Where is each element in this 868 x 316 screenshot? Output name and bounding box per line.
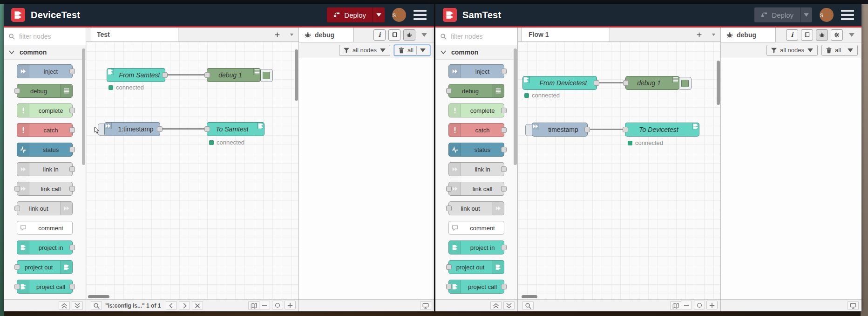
search-flows-button[interactable] bbox=[91, 301, 102, 310]
palette-category-common[interactable]: common bbox=[435, 45, 517, 60]
zoom-reset-button[interactable] bbox=[272, 301, 283, 309]
palette-category-common[interactable]: common bbox=[4, 45, 86, 60]
palette-node-project-call[interactable]: project call bbox=[17, 280, 73, 294]
palette-node-inject[interactable]: inject bbox=[448, 64, 504, 78]
deploy-options-button[interactable] bbox=[373, 7, 385, 22]
palette-node-project-out[interactable]: project out bbox=[17, 260, 73, 274]
deploy-options-button[interactable] bbox=[800, 7, 812, 22]
palette-collapse-up-button[interactable] bbox=[490, 301, 502, 310]
palette-collapse-up-button[interactable] bbox=[59, 301, 70, 310]
settings-tab-button[interactable] bbox=[831, 29, 843, 41]
add-flow-button[interactable] bbox=[695, 31, 703, 39]
wire[interactable] bbox=[596, 82, 626, 83]
open-debug-window-button[interactable] bbox=[420, 301, 431, 310]
palette-node-comment[interactable]: comment bbox=[17, 221, 73, 235]
palette-node-link-out[interactable]: link out bbox=[17, 201, 73, 215]
input-port[interactable] bbox=[623, 127, 628, 132]
debug-tab-button[interactable] bbox=[816, 29, 828, 41]
palette-node-link-in[interactable]: link in bbox=[448, 162, 504, 176]
flow-node-from-devicetest[interactable]: From Devicetest bbox=[522, 76, 597, 90]
palette-node-complete[interactable]: complete bbox=[17, 103, 73, 117]
sidebar-options-button[interactable] bbox=[846, 31, 858, 39]
debug-filter-button[interactable]: all nodes bbox=[339, 45, 390, 56]
debug-enable-toggle[interactable] bbox=[678, 77, 692, 90]
deploy-button[interactable]: Deploy bbox=[754, 7, 800, 22]
flow-node-to-samtest[interactable]: To Samtest bbox=[207, 122, 264, 136]
info-tab-button[interactable]: i bbox=[786, 29, 798, 41]
palette-node-link-call[interactable]: link call bbox=[17, 182, 73, 196]
palette-node-link-out[interactable]: link out bbox=[448, 201, 504, 215]
palette-node-catch[interactable]: catch bbox=[448, 123, 504, 137]
palette-node-project-in[interactable]: project in bbox=[448, 240, 504, 254]
palette-node-debug[interactable]: debug bbox=[17, 84, 73, 98]
flow-tab-flow-1[interactable]: Flow 1 bbox=[522, 27, 610, 41]
flow-node-to-devicetest[interactable]: To Devicetest bbox=[625, 123, 699, 137]
flow-node-timestamp[interactable]: 1:timestamp bbox=[104, 122, 160, 136]
palette-node-catch[interactable]: catch bbox=[17, 123, 73, 137]
debug-enable-toggle[interactable] bbox=[260, 69, 273, 82]
flow-node-debug-1[interactable]: debug 1 bbox=[625, 76, 679, 90]
sidebar-options-button[interactable] bbox=[418, 31, 430, 39]
user-avatar[interactable]: s bbox=[392, 8, 406, 22]
debug-clear-button[interactable]: all bbox=[394, 45, 430, 56]
palette-node-project-out[interactable]: project out bbox=[448, 260, 504, 274]
tab-debug[interactable]: debug bbox=[721, 27, 776, 42]
flow-tab-test[interactable]: Test bbox=[90, 27, 178, 41]
palette-collapse-down-button[interactable] bbox=[503, 301, 515, 310]
flow-node-timestamp[interactable]: timestamp bbox=[532, 123, 588, 137]
zoom-in-button[interactable] bbox=[706, 301, 718, 309]
deploy-button[interactable]: Deploy bbox=[327, 7, 373, 22]
wire[interactable] bbox=[587, 129, 626, 130]
palette-node-status[interactable]: status bbox=[448, 143, 504, 157]
horizontal-scrollbar[interactable] bbox=[522, 295, 537, 298]
tab-debug[interactable]: debug bbox=[299, 27, 354, 42]
vertical-scrollbar[interactable] bbox=[295, 49, 298, 101]
main-menu-button[interactable] bbox=[841, 10, 854, 20]
add-flow-button[interactable] bbox=[273, 31, 281, 39]
palette-node-comment[interactable]: comment bbox=[448, 221, 504, 235]
input-port[interactable] bbox=[204, 126, 210, 132]
main-menu-button[interactable] bbox=[414, 10, 427, 20]
output-port[interactable] bbox=[594, 80, 599, 86]
palette-node-project-in[interactable]: project in bbox=[17, 240, 73, 254]
search-flows-button[interactable] bbox=[522, 301, 534, 310]
palette-filter-input[interactable] bbox=[450, 32, 503, 41]
info-tab-button[interactable]: i bbox=[373, 29, 386, 41]
palette-scrollbar[interactable] bbox=[514, 48, 517, 165]
zoom-in-button[interactable] bbox=[285, 301, 296, 309]
input-port[interactable] bbox=[204, 72, 210, 78]
palette-collapse-down-button[interactable] bbox=[72, 301, 83, 310]
palette-node-link-in[interactable]: link in bbox=[17, 162, 73, 176]
navigator-button[interactable] bbox=[670, 301, 681, 310]
flow-node-from-samtest[interactable]: From Samtest bbox=[107, 68, 165, 82]
flow-list-button[interactable] bbox=[289, 32, 295, 38]
user-avatar[interactable]: s bbox=[820, 8, 834, 22]
horizontal-scrollbar[interactable] bbox=[88, 295, 109, 298]
zoom-reset-button[interactable] bbox=[694, 301, 705, 309]
open-debug-window-button[interactable] bbox=[848, 301, 859, 310]
output-port[interactable] bbox=[584, 127, 590, 132]
palette-node-inject[interactable]: inject bbox=[17, 64, 73, 78]
wire[interactable] bbox=[164, 74, 208, 76]
navigator-button[interactable] bbox=[248, 301, 259, 310]
palette-node-status[interactable]: status bbox=[17, 143, 73, 157]
debug-filter-button[interactable]: all nodes bbox=[766, 45, 818, 56]
zoom-out-button[interactable] bbox=[259, 301, 270, 309]
flow-canvas[interactable]: From Devicetest debug 1 connected timest… bbox=[518, 42, 720, 299]
palette-node-project-call[interactable]: project call bbox=[448, 280, 504, 294]
palette-filter-input[interactable] bbox=[18, 32, 71, 41]
wire[interactable] bbox=[159, 128, 208, 130]
palette-node-link-call[interactable]: link call bbox=[448, 182, 504, 196]
output-port[interactable] bbox=[157, 126, 163, 132]
help-tab-button[interactable] bbox=[388, 29, 400, 41]
palette-node-complete[interactable]: complete bbox=[448, 103, 504, 117]
help-tab-button[interactable] bbox=[801, 29, 813, 41]
debug-clear-button[interactable]: all bbox=[821, 45, 858, 56]
input-port[interactable] bbox=[623, 80, 629, 86]
vertical-scrollbar[interactable] bbox=[717, 61, 720, 105]
next-match-button[interactable] bbox=[179, 301, 190, 310]
flow-canvas[interactable]: From Samtest debug 1 connected 1:timesta… bbox=[86, 42, 298, 299]
close-search-button[interactable] bbox=[192, 301, 203, 310]
flow-list-button[interactable] bbox=[711, 32, 717, 38]
debug-tab-button[interactable] bbox=[403, 29, 415, 41]
